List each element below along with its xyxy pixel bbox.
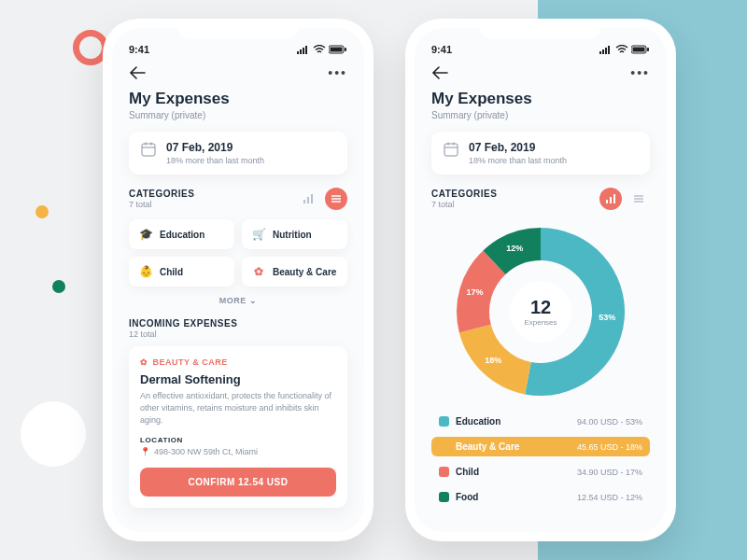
incoming-subtext: 12 total [129, 329, 347, 339]
date-value: 07 Feb, 2019 [469, 141, 567, 154]
svg-rect-24 [444, 144, 458, 156]
battery-icon [631, 45, 650, 54]
list-view-toggle[interactable] [627, 188, 650, 210]
lotus-icon: ✿ [251, 264, 266, 279]
phone-notch [480, 19, 601, 39]
svg-rect-5 [331, 48, 343, 52]
svg-rect-22 [633, 48, 645, 52]
phone-list-view: 9:41 ••• My Expenses Summary (private) 0… [103, 19, 374, 541]
svg-rect-29 [610, 197, 612, 203]
more-menu-button[interactable]: ••• [328, 65, 347, 80]
expense-title: Dermal Softening [140, 372, 336, 386]
chart-view-toggle[interactable] [599, 188, 622, 210]
donut-center-label: Expenses [524, 318, 557, 327]
phone-chart-view: 9:41 ••• My Expenses Summary (private) 0… [405, 19, 676, 541]
legend-value: 45.65 USD - 18% [577, 442, 642, 452]
category-name: Education [160, 230, 204, 240]
legend-swatch [439, 492, 449, 502]
category-chip-nutrition[interactable]: 🛒Nutrition [242, 219, 347, 249]
categories-subtext: 7 total [129, 200, 194, 209]
date-subtext: 18% more than last month [469, 156, 567, 165]
donut-slice-label: 53% [599, 313, 615, 322]
categories-label: CATEGORIES [129, 189, 194, 199]
legend-swatch [439, 467, 449, 477]
svg-rect-1 [300, 49, 302, 54]
svg-rect-17 [599, 51, 601, 54]
expense-description: An effective antioxidant, protects the f… [140, 390, 336, 427]
more-menu-button[interactable]: ••• [630, 65, 650, 80]
page-subtitle: Summary (private) [129, 110, 347, 120]
date-card[interactable]: 07 Feb, 2019 18% more than last month [431, 132, 650, 175]
back-button[interactable] [129, 66, 146, 79]
legend-row-education[interactable]: Education94.00 USD - 53% [431, 412, 650, 431]
categories-subtext: 7 total [431, 200, 497, 209]
legend-name: Food [456, 492, 577, 502]
date-card[interactable]: 07 Feb, 2019 18% more than last month [129, 132, 347, 175]
categories-label: CATEGORIES [431, 189, 497, 199]
svg-rect-18 [602, 49, 604, 54]
svg-rect-30 [613, 194, 615, 203]
page-title: My Expenses [431, 90, 650, 108]
category-name: Nutrition [273, 230, 312, 240]
svg-rect-20 [608, 46, 610, 54]
incoming-label: INCOMING EXPENSES [129, 318, 347, 329]
confirm-button[interactable]: CONFIRM 12.54 USD [140, 468, 336, 497]
status-bar: 9:41 [431, 41, 650, 58]
page-title: My Expenses [129, 90, 347, 108]
lotus-icon: ✿ [140, 357, 148, 367]
legend-value: 12.54 USD - 12% [577, 493, 642, 502]
calendar-icon [140, 141, 157, 158]
legend-value: 94.00 USD - 53% [577, 417, 642, 427]
legend-row-beauty-care[interactable]: Beauty & Care45.65 USD - 18% [431, 437, 650, 456]
svg-rect-19 [605, 48, 607, 54]
svg-rect-7 [142, 144, 155, 156]
svg-rect-3 [305, 46, 307, 54]
calendar-icon [443, 141, 459, 158]
svg-rect-2 [303, 48, 304, 54]
legend-swatch [439, 441, 449, 452]
expense-category-tag: ✿ BEAUTY & CARE [140, 357, 336, 367]
chart-view-toggle[interactable] [297, 188, 319, 210]
location-value: 📍 498-300 NW 59th Ct, Miami [140, 447, 336, 456]
legend-row-food[interactable]: Food12.54 USD - 12% [431, 487, 650, 507]
wifi-icon [615, 45, 628, 54]
battery-icon [329, 45, 347, 54]
signal-icon [599, 45, 613, 54]
decorative-dot-yellow [35, 205, 49, 218]
chart-legend: Education94.00 USD - 53%Beauty & Care45.… [431, 412, 650, 507]
pin-icon: 📍 [140, 447, 150, 456]
svg-rect-13 [311, 194, 313, 203]
categories-more-button[interactable]: MORE ⌄ [129, 296, 347, 305]
back-button[interactable] [431, 66, 448, 79]
category-name: Child [160, 267, 183, 277]
date-value: 07 Feb, 2019 [166, 141, 264, 154]
signal-icon [297, 45, 310, 54]
page-subtitle: Summary (private) [431, 110, 650, 120]
svg-rect-0 [297, 51, 299, 54]
donut-slice-label: 17% [466, 287, 483, 297]
donut-center: 12 Expenses [510, 281, 571, 343]
category-chip-child[interactable]: 👶Child [129, 257, 234, 287]
graduation-cap-icon: 🎓 [138, 227, 153, 242]
incoming-expense-card[interactable]: ✿ BEAUTY & CARE Dermal Softening An effe… [129, 346, 347, 508]
status-time: 9:41 [129, 44, 149, 55]
legend-name: Beauty & Care [456, 441, 577, 452]
status-bar: 9:41 [129, 41, 347, 58]
list-view-toggle[interactable] [325, 188, 347, 210]
legend-swatch [439, 416, 449, 427]
legend-name: Child [456, 467, 577, 477]
category-chip-beauty-care[interactable]: ✿Beauty & Care [242, 257, 347, 287]
status-time: 9:41 [431, 44, 452, 55]
location-label: LOCATION [140, 436, 336, 444]
svg-rect-12 [307, 197, 309, 203]
category-chip-education[interactable]: 🎓Education [129, 219, 234, 249]
svg-rect-11 [303, 200, 305, 203]
category-name: Beauty & Care [273, 267, 336, 277]
legend-row-child[interactable]: Child34.90 USD - 17% [431, 462, 650, 482]
legend-name: Education [456, 416, 577, 427]
svg-rect-6 [345, 48, 346, 51]
stroller-icon: 👶 [138, 264, 153, 279]
decorative-dot-green [52, 280, 65, 293]
expense-donut-chart[interactable]: 12 Expenses 53%18%17%12% [452, 223, 629, 400]
legend-value: 34.90 USD - 17% [577, 468, 642, 477]
